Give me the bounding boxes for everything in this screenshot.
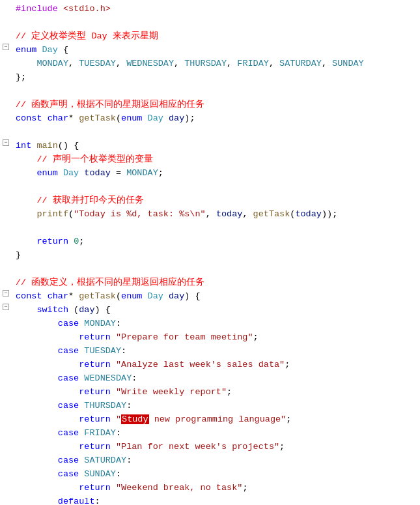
kw-return-main: return bbox=[36, 237, 68, 246]
enum-val-thursday: THURSDAY bbox=[184, 59, 227, 68]
enum-name2: Day bbox=[148, 113, 163, 123]
var-day-sw: day bbox=[79, 305, 94, 315]
line-content-rwed: return "Write weekly report"; bbox=[12, 386, 420, 399]
line-content-rsun: return "Weekend break, no task"; bbox=[12, 482, 420, 495]
line-content-cw: case WEDNESDAY: bbox=[12, 372, 420, 386]
line-content-gtd: const char* getTask(enum Day day) { bbox=[12, 290, 420, 304]
fold-gettask[interactable]: − bbox=[3, 290, 9, 296]
line-blank-5 bbox=[0, 222, 420, 235]
gutter-main: − bbox=[0, 139, 12, 146]
line-enum-end: }; bbox=[0, 71, 420, 85]
line-main-end: } bbox=[0, 249, 420, 263]
enum-wed-case: WEDNESDAY bbox=[84, 373, 132, 383]
enum-val-monday2: MONDAY bbox=[126, 168, 158, 178]
line-content-c2: // 函数声明，根据不同的星期返回相应的任务 bbox=[12, 98, 420, 112]
kw-return-tue: return bbox=[79, 360, 111, 369]
line-decl: const char* getTask(enum Day day); bbox=[0, 112, 420, 126]
kw-return-fri: return bbox=[79, 442, 111, 452]
line-content-c1: // 定义枚举类型 Day 来表示星期 bbox=[12, 30, 420, 44]
token-comment-3: // 声明一个枚举类型的变量 bbox=[36, 154, 152, 164]
line-content-b4 bbox=[12, 180, 420, 194]
line-ret-wed: return "Write weekly report"; bbox=[0, 386, 420, 399]
line-main: − int main() { bbox=[0, 139, 420, 153]
line-content-sw: switch (day) { bbox=[12, 304, 420, 317]
kw-int: int bbox=[16, 141, 31, 151]
line-content-me: } bbox=[12, 249, 420, 263]
fold-main[interactable]: − bbox=[3, 139, 9, 146]
enum-sun-case: SUNDAY bbox=[84, 469, 116, 479]
line-content-def: default: bbox=[12, 495, 420, 505]
line-content-main: int main() { bbox=[12, 139, 420, 153]
line-content-rfri: return "Plan for next week's projects"; bbox=[12, 440, 420, 454]
line-content-cf: case FRIDAY: bbox=[12, 427, 420, 440]
line-content-cs: case SATURDAY: bbox=[12, 454, 420, 468]
func-gettask-def: getTask bbox=[79, 291, 116, 301]
enum-tue-case: TUESDAY bbox=[84, 346, 121, 356]
line-case-sun: case SUNDAY: bbox=[0, 468, 420, 482]
kw-const: const bbox=[16, 113, 42, 123]
enum-val-friday: FRIDAY bbox=[237, 59, 269, 68]
enum-fri-case: FRIDAY bbox=[84, 428, 116, 438]
line-ret-sun: return "Weekend break, no task"; bbox=[0, 482, 420, 495]
line-case-thu: case THURSDAY: bbox=[0, 399, 420, 413]
kw-case-tue: case bbox=[58, 346, 79, 356]
line-content-b1 bbox=[12, 16, 420, 30]
enum-name3: Day bbox=[63, 168, 79, 178]
gutter-gtd: − bbox=[0, 290, 12, 296]
str-wed: "Write weekly report" bbox=[116, 387, 227, 397]
code-content: #include <stdio.h> // 定义枚举类型 Day 来表示星期 −… bbox=[0, 0, 420, 505]
code-editor: #include <stdio.h> // 定义枚举类型 Day 来表示星期 −… bbox=[0, 0, 420, 505]
kw-enum3: enum bbox=[36, 168, 57, 178]
highlight-study: Study bbox=[121, 414, 149, 424]
line-content-ct: case TUESDAY: bbox=[12, 345, 420, 358]
str-tue: "Analyze last week's sales data" bbox=[116, 360, 285, 369]
kw-enum2: enum bbox=[121, 113, 142, 123]
line-content-cth: case THURSDAY: bbox=[12, 399, 420, 413]
line-ret-tue: return "Analyze last week's sales data"; bbox=[0, 358, 420, 372]
kw-switch: switch bbox=[36, 305, 68, 315]
line-case-mon: case MONDAY: bbox=[0, 317, 420, 331]
line-content-1: #include <stdio.h> bbox=[12, 3, 420, 16]
line-switch: − switch (day) { bbox=[0, 304, 420, 317]
token-comment-5: // 函数定义，根据不同的星期返回相应的任务 bbox=[16, 278, 204, 287]
kw-return-wed: return bbox=[79, 387, 111, 397]
kw-default: default bbox=[58, 497, 95, 505]
fold-enum[interactable]: − bbox=[3, 44, 9, 50]
token-include: #include bbox=[16, 4, 58, 14]
line-content-c3: // 声明一个枚举类型的变量 bbox=[12, 153, 420, 167]
line-content-b3 bbox=[12, 126, 420, 139]
line-case-sat: case SATURDAY: bbox=[0, 454, 420, 468]
enum-val-sunday: SUNDAY bbox=[332, 59, 364, 68]
token-comment-2: // 函数声明，根据不同的星期返回相应的任务 bbox=[16, 100, 204, 109]
enum-thu-case: THURSDAY bbox=[84, 401, 126, 411]
line-enum: − enum Day { bbox=[0, 44, 420, 57]
enum-val-tuesday: TUESDAY bbox=[79, 59, 116, 68]
line-ret-thu: return "Study new programming language"; bbox=[0, 413, 420, 427]
func-main: main bbox=[36, 141, 57, 151]
str-printf: "Today is %d, task: %s\n" bbox=[74, 209, 206, 219]
line-default: default: bbox=[0, 495, 420, 505]
func-gettask2: getTask bbox=[253, 209, 290, 219]
kw-const2: const bbox=[16, 291, 42, 301]
kw-char: char bbox=[48, 113, 68, 123]
kw-return-thu: return bbox=[79, 414, 111, 424]
line-content-printf: printf("Today is %d, task: %s\n", today,… bbox=[12, 208, 420, 222]
enum-name: Day bbox=[42, 45, 58, 55]
func-printf: printf bbox=[36, 209, 68, 219]
line-content-b6 bbox=[12, 263, 420, 276]
line-today: enum Day today = MONDAY; bbox=[0, 167, 420, 180]
var-today: today bbox=[84, 168, 111, 178]
line-content-today: enum Day today = MONDAY; bbox=[12, 167, 420, 180]
enum-val-monday: MONDAY bbox=[36, 59, 68, 68]
kw-case-sat: case bbox=[58, 455, 79, 465]
kw-enum4: enum bbox=[121, 291, 142, 301]
line-case-tue: case TUESDAY: bbox=[0, 345, 420, 358]
kw-return-sun: return bbox=[79, 483, 111, 493]
kw-case-fri: case bbox=[58, 428, 79, 438]
var-today3: today bbox=[295, 209, 322, 219]
token-header: <stdio.h> bbox=[63, 4, 111, 14]
line-content-c5: // 函数定义，根据不同的星期返回相应的任务 bbox=[12, 276, 420, 290]
kw-case-wed: case bbox=[58, 373, 79, 383]
fold-switch[interactable]: − bbox=[3, 304, 9, 310]
line-content-c4: // 获取并打印今天的任务 bbox=[12, 194, 420, 208]
